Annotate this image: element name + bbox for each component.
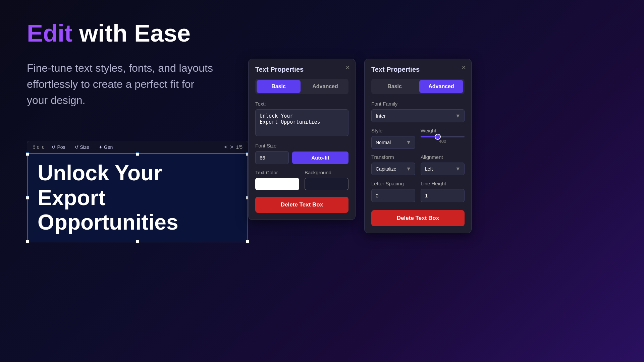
advanced-panel-close[interactable]: ✕	[462, 64, 466, 71]
spacing-row: Letter Spacing Line Height	[371, 181, 465, 202]
basic-delete-button[interactable]: Delete Text Box	[255, 197, 348, 213]
transform-col: Transform Capitalize Uppercase Lowercase…	[371, 154, 415, 175]
text-field-group: Text:	[255, 101, 348, 137]
basic-panel-title: Text Properties	[255, 66, 348, 73]
bg-color-group: Background	[305, 170, 348, 190]
letter-spacing-col: Letter Spacing	[371, 181, 415, 202]
handle-bot-left[interactable]	[26, 240, 29, 243]
toolbar-nav: < > 1/5	[224, 144, 243, 150]
weight-slider[interactable]	[421, 136, 465, 137]
handle-mid-left[interactable]	[26, 196, 29, 199]
headline-normal: with Ease	[79, 20, 191, 47]
gen-button[interactable]: ✦ Gen	[97, 144, 115, 150]
handle-bot-center[interactable]	[136, 240, 139, 243]
font-size-row: Auto-fit	[255, 151, 348, 164]
next-arrow[interactable]: >	[230, 144, 233, 150]
weight-value: 400	[421, 139, 465, 144]
handle-bot-right[interactable]	[246, 240, 249, 243]
font-family-label: Font Family	[371, 101, 465, 107]
headline-accent: Edit	[27, 20, 72, 47]
letter-spacing-label: Letter Spacing	[371, 181, 415, 186]
font-family-select[interactable]: Inter Roboto Arial	[371, 109, 465, 122]
text-box-content: Unlock Your Export Opportunities	[38, 161, 237, 235]
style-label: Style	[371, 128, 415, 133]
left-content: Edit with Ease Fine-tune text styles, fo…	[27, 20, 235, 108]
alignment-select-wrapper: Left Center Right ▼	[421, 163, 465, 175]
headline: Edit with Ease	[27, 20, 235, 47]
text-color-swatch[interactable]	[255, 178, 299, 190]
bg-color-swatch[interactable]	[305, 178, 348, 190]
transform-align-row: Transform Capitalize Uppercase Lowercase…	[371, 154, 465, 175]
transform-select[interactable]: Capitalize Uppercase Lowercase None	[371, 163, 415, 175]
alignment-select[interactable]: Left Center Right	[421, 163, 465, 175]
line-height-col: Line Height	[421, 181, 465, 202]
toolbar-position: ▲ ▼ 0 0	[33, 144, 44, 150]
weight-col: Weight 400	[421, 128, 465, 149]
arrows: ▲ ▼	[33, 144, 36, 150]
size-icon: ↺	[75, 144, 79, 150]
font-size-group: Font Size Auto-fit	[255, 143, 348, 164]
line-height-label: Line Height	[421, 181, 465, 186]
advanced-delete-button[interactable]: Delete Text Box	[371, 210, 465, 226]
weight-slider-wrapper: 400	[421, 136, 465, 144]
pos-icon: ↺	[52, 144, 56, 150]
size-button[interactable]: ↺ Size	[73, 144, 91, 150]
text-label: Text:	[255, 101, 348, 107]
subtitle: Fine-tune text styles, fonts, and layout…	[27, 60, 215, 108]
style-select-wrapper: Normal Italic ▼	[371, 136, 415, 149]
basic-panel: ✕ Text Properties Basic Advanced Text: F…	[248, 59, 356, 220]
style-col: Style Normal Italic ▼	[371, 128, 415, 149]
page-indicator: 1/5	[236, 144, 243, 150]
basic-panel-close[interactable]: ✕	[345, 64, 350, 71]
alignment-label: Alignment	[421, 154, 465, 160]
text-box[interactable]: Unlock Your Export Opportunities	[27, 154, 248, 242]
advanced-panel: ✕ Text Properties Basic Advanced Font Fa…	[364, 59, 472, 233]
basic-tab-basic[interactable]: Basic	[257, 80, 301, 93]
line-height-input[interactable]	[421, 189, 465, 202]
transform-label: Transform	[371, 154, 415, 160]
toolbar: ▲ ▼ 0 0 ↺ Pos ↺ Size ✦ Gen < > 1/5	[27, 141, 248, 154]
font-family-select-wrapper: Inter Roboto Arial ▼	[371, 109, 465, 122]
font-size-input[interactable]	[255, 151, 289, 164]
transform-select-wrapper: Capitalize Uppercase Lowercase None ▼	[371, 163, 415, 175]
advanced-tab-advanced[interactable]: Advanced	[419, 80, 463, 93]
font-family-group: Font Family Inter Roboto Arial ▼	[371, 101, 465, 122]
handle-top-left[interactable]	[26, 153, 29, 156]
gen-icon: ✦	[99, 144, 103, 150]
advanced-tab-basic[interactable]: Basic	[373, 80, 417, 93]
basic-tab-group: Basic Advanced	[255, 79, 348, 94]
letter-spacing-input[interactable]	[371, 189, 415, 202]
advanced-tab-group: Basic Advanced	[371, 79, 465, 94]
weight-label: Weight	[421, 128, 465, 133]
text-textarea[interactable]	[255, 109, 348, 136]
pos-button[interactable]: ↺ Pos	[50, 144, 67, 150]
text-color-label: Text Color	[255, 170, 299, 175]
advanced-panel-title: Text Properties	[371, 66, 465, 73]
font-size-label: Font Size	[255, 143, 348, 148]
style-weight-row: Style Normal Italic ▼ Weight 400	[371, 128, 465, 149]
basic-tab-advanced[interactable]: Advanced	[303, 80, 347, 93]
background-label: Background	[305, 170, 348, 175]
text-color-group: Text Color	[255, 170, 299, 190]
prev-arrow[interactable]: <	[224, 144, 227, 150]
style-select[interactable]: Normal Italic	[371, 136, 415, 149]
handle-top-center[interactable]	[136, 153, 139, 156]
color-row: Text Color Background	[255, 170, 348, 190]
align-col: Alignment Left Center Right ▼	[421, 154, 465, 175]
editor-area: ▲ ▼ 0 0 ↺ Pos ↺ Size ✦ Gen < > 1/5	[27, 141, 248, 221]
autofit-button[interactable]: Auto-fit	[292, 152, 348, 164]
